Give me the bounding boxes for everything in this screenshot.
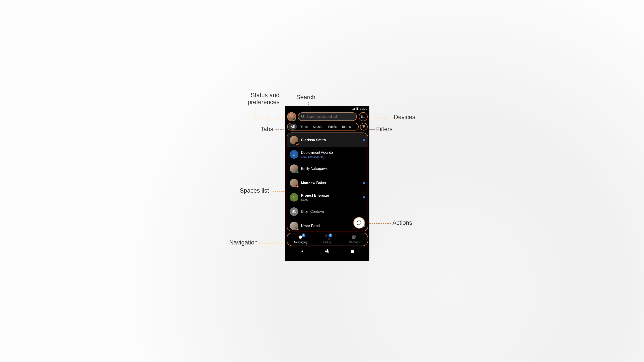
list-item-subtitle: Sales xyxy=(301,198,360,201)
nav-messaging[interactable]: 4Messaging xyxy=(287,233,314,246)
home-button[interactable] xyxy=(325,249,330,254)
callout-status-prefs: Status and preferences xyxy=(235,92,280,106)
battery-icon xyxy=(356,107,358,110)
list-item-text: Clarissa Smith xyxy=(301,138,360,142)
callout-navigation: Navigation xyxy=(229,239,258,246)
avatar: BC xyxy=(290,207,298,216)
unread-dot-icon xyxy=(363,196,365,198)
tab-direct[interactable]: Direct xyxy=(298,124,310,130)
nav-label: Calling xyxy=(323,241,332,244)
list-item-title: Brian Cordova xyxy=(301,210,365,214)
connector xyxy=(255,118,286,118)
tab-public[interactable]: Public xyxy=(326,124,339,130)
callout-search: Search xyxy=(296,94,316,101)
camera-badge-icon xyxy=(296,142,299,145)
chat-icon: 4 xyxy=(298,235,303,240)
list-item[interactable]: BCBrian Cordova xyxy=(287,204,368,219)
search-input[interactable] xyxy=(306,115,354,118)
signal-icon xyxy=(352,107,355,110)
android-status-bar: 18:00 xyxy=(285,106,370,111)
bottom-nav: 4Messaging2CallingMeetings xyxy=(287,233,368,246)
list-item-text: Deployment AgendaENG Deployment xyxy=(301,151,365,158)
back-button[interactable] xyxy=(300,249,304,254)
status-time: 18:00 xyxy=(360,107,367,110)
list-item-text: Brian Cordova xyxy=(301,210,365,214)
nav-badge: 2 xyxy=(328,234,332,237)
tab-all[interactable]: All xyxy=(288,124,297,130)
svg-rect-2 xyxy=(357,108,358,110)
list-item-title: Umar Patel xyxy=(301,224,360,228)
nav-badge: 4 xyxy=(302,234,305,237)
unread-dot-icon xyxy=(363,182,365,184)
new-message-fab[interactable] xyxy=(353,217,365,229)
svg-point-22 xyxy=(353,238,354,239)
list-item-text: Matthew Baker xyxy=(301,181,360,185)
nav-calling[interactable]: 2Calling xyxy=(314,233,341,246)
svg-point-20 xyxy=(354,237,355,238)
list-item-title: Matthew Baker xyxy=(301,181,360,185)
android-nav-bar xyxy=(285,246,370,257)
avatar xyxy=(290,222,298,230)
list-item-title: Project Energize xyxy=(301,194,360,198)
connector xyxy=(276,129,287,130)
unread-dot-icon xyxy=(363,139,365,141)
nav-label: Meetings xyxy=(349,241,360,244)
list-item[interactable]: DDeployment AgendaENG Deployment xyxy=(287,147,368,162)
dot-badge-icon xyxy=(296,170,299,174)
connector xyxy=(255,108,255,118)
svg-point-3 xyxy=(302,115,304,117)
compose-icon xyxy=(356,220,362,226)
list-item[interactable]: Emily Nakagawa xyxy=(287,162,368,176)
svg-point-19 xyxy=(353,237,354,238)
list-item[interactable]: Matthew Baker xyxy=(287,176,368,190)
avatar xyxy=(290,164,298,173)
profile-avatar-button[interactable] xyxy=(287,112,296,121)
connector xyxy=(370,129,375,130)
list-item-text: Umar Patel xyxy=(301,224,360,228)
devices-button[interactable] xyxy=(359,112,368,121)
connector xyxy=(273,191,287,192)
list-item-subtitle: ENG Deployment xyxy=(301,155,365,158)
callout-tabs: Tabs xyxy=(260,126,273,133)
spaces-list: Clarissa SmithDDeployment AgendaENG Depl… xyxy=(287,132,368,231)
svg-point-25 xyxy=(326,250,328,253)
nav-label: Messaging xyxy=(294,241,307,244)
phone-frame: 18:00 AllDirectSpacesPublicTeams xyxy=(285,106,370,261)
filter-button[interactable] xyxy=(360,123,368,130)
tab-teams[interactable]: Teams xyxy=(339,124,353,130)
svg-rect-10 xyxy=(296,143,298,144)
svg-point-21 xyxy=(355,237,356,238)
connector xyxy=(370,118,392,118)
avatar xyxy=(290,136,298,144)
avatar: S xyxy=(290,193,298,202)
ooo-badge-icon xyxy=(296,228,299,231)
calendar-icon xyxy=(352,235,357,240)
connector xyxy=(367,223,391,224)
svg-point-23 xyxy=(354,238,355,239)
svg-rect-26 xyxy=(351,250,354,253)
callout-spaces-list: Spaces list xyxy=(240,187,269,194)
avatar: D xyxy=(290,150,298,159)
list-item-title: Deployment Agenda xyxy=(301,151,365,155)
search-bar[interactable] xyxy=(298,112,357,121)
nav-meetings[interactable]: Meetings xyxy=(341,233,368,246)
tab-spaces[interactable]: Spaces xyxy=(310,124,325,130)
cast-icon xyxy=(361,115,365,119)
list-item-title: Clarissa Smith xyxy=(301,138,360,142)
callout-devices: Devices xyxy=(394,114,415,121)
dnd-badge-icon xyxy=(296,185,299,188)
list-item[interactable]: Clarissa Smith xyxy=(287,133,368,147)
tabs-row: AllDirectSpacesPublicTeams xyxy=(285,122,370,131)
search-icon xyxy=(301,115,304,119)
recents-button[interactable] xyxy=(350,249,355,254)
phone-icon: 2 xyxy=(325,235,330,240)
callout-filters: Filters xyxy=(376,126,393,133)
svg-point-6 xyxy=(361,117,362,118)
presence-dot-icon xyxy=(294,118,296,121)
list-item-title: Emily Nakagawa xyxy=(301,167,365,171)
callout-actions: Actions xyxy=(392,219,412,226)
list-item[interactable]: SProject EnergizeSales xyxy=(287,190,368,204)
tabs-container: AllDirectSpacesPublicTeams xyxy=(287,123,359,130)
list-item-text: Emily Nakagawa xyxy=(301,167,365,171)
avatar xyxy=(290,179,298,187)
